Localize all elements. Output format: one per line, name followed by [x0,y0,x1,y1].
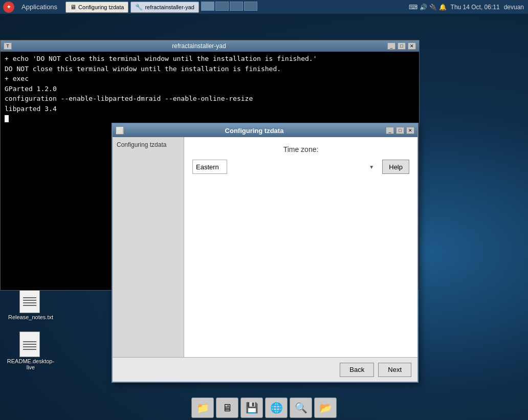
file-line [23,297,36,298]
timezone-label: Time zone: [192,145,409,153]
tray-icon-kbd: ⌨ [409,4,417,11]
installer-tab-label: refractainstaller-yad [145,4,194,10]
desktop-icons: Release_notes.txt README.desktop-live [10,286,51,370]
dialog-icon: ⬜ [116,126,124,135]
screen-btn-3[interactable] [230,2,243,11]
taskbar-right: ⌨ 🔊 🔌 🔔 Thu 14 Oct, 06:11 devuan [405,4,528,11]
next-button[interactable]: Next [378,363,411,377]
taskbar-top: ✦ Applications 🖥 Configuring tzdata 🔧 re… [0,0,528,14]
terminal-close[interactable]: ✕ [408,42,416,50]
screen-btn-4[interactable] [244,2,257,11]
file-line [23,349,36,350]
screen-switcher [201,2,257,13]
dialog-sidebar-label: Configuring tzdata [117,141,166,148]
terminal-cursor [5,115,9,122]
terminal-minimize[interactable]: _ [387,42,395,50]
dialog-sidebar: Configuring tzdata [113,137,184,357]
tzdata-dialog: ⬜ Configuring tzdata _ □ ✕ Configuring t… [112,123,419,383]
file-lines-1 [23,297,36,307]
file-line [23,305,36,306]
dialog-footer: Back Next [113,357,417,382]
file-lines-2 [23,341,36,351]
desktop-icon-readme[interactable]: README.desktop-live [10,330,51,370]
terminal-line-7 [5,114,415,124]
bottom-icon-search[interactable]: 🔍 [290,397,312,418]
app-menu: ✦ [0,2,17,13]
window-tab-installer[interactable]: 🔧 refractainstaller-yad [130,2,199,13]
terminal-line-6: libparted 3.4 [5,104,415,114]
menu-items: Applications [17,3,61,11]
dialog-titlebar: ⬜ Configuring tzdata _ □ ✕ [113,124,417,137]
clock: Thu 14 Oct, 06:11 [451,4,500,11]
terminal-line-5: configuration --enable-libparted-dmraid … [5,94,415,104]
screen-btn-2[interactable] [215,2,229,11]
window-tab-tzdata[interactable]: 🖥 Configuring tzdata [65,2,128,13]
desktop-icon-release-notes[interactable]: Release_notes.txt [10,286,51,320]
dialog-content: Configuring tzdata Time zone: Eastern Ce… [113,137,417,357]
readme-file-icon [19,330,42,357]
tzdata-tab-icon: 🖥 [70,4,76,11]
dialog-minimize[interactable]: _ [386,127,394,134]
app-icon: ✦ [3,2,14,13]
file-line [23,300,36,301]
terminal-title: refractainstaller-yad [12,42,386,50]
timezone-row: Eastern Central Mountain Pacific UTC Hel… [192,160,409,174]
windows-area: 🖥 Configuring tzdata 🔧 refractainstaller… [61,2,404,13]
terminal-maximize[interactable]: □ [398,42,406,50]
tray-icon-bell: 🔔 [439,4,447,11]
tray-icons: ⌨ 🔊 🔌 🔔 [409,4,447,11]
dialog-wm-btns: _ □ ✕ [385,127,414,134]
taskbar-bottom: 📁 🖥 💾 🌐 🔍 📂 [0,395,528,420]
bottom-icon-filemanager[interactable]: 📁 [191,397,214,418]
bottom-icon-terminal[interactable]: 🖥 [216,397,238,418]
timezone-select[interactable]: Eastern Central Mountain Pacific UTC [192,160,227,174]
menu-applications[interactable]: Applications [21,3,57,11]
file-line [23,346,36,347]
dialog-maximize[interactable]: □ [396,127,404,134]
desktop: ✦ Applications 🖥 Configuring tzdata 🔧 re… [0,0,528,420]
bottom-icon-browser[interactable]: 🌐 [265,397,288,418]
file-body-1 [19,288,40,313]
bottom-icon-storage[interactable]: 💾 [240,397,263,418]
screen-btn-1[interactable] [201,2,214,11]
readme-label: README.desktop-live [7,358,54,370]
terminal-line-4: GParted 1.2.0 [5,84,415,94]
terminal-line-2: DO NOT close this terminal window until … [5,64,415,74]
username: devuan [504,4,524,11]
dialog-main: Time zone: Eastern Central Mountain Paci… [184,137,417,357]
bottom-icon-files[interactable]: 📂 [314,397,337,418]
installer-tab-icon: 🔧 [135,4,143,11]
terminal-titlebar: T refractainstaller-yad _ □ ✕ [1,40,419,52]
terminal-line-1: + echo 'DO NOT close this terminal windo… [5,54,415,64]
dialog-title: Configuring tzdata [124,127,385,135]
file-line [23,344,36,345]
tray-icon-net: 🔌 [429,4,437,11]
back-button[interactable]: Back [340,363,374,377]
file-line [23,302,36,303]
release-notes-label: Release_notes.txt [8,314,53,320]
terminal-line-3: + exec [5,74,415,84]
dialog-close[interactable]: ✕ [406,127,414,134]
tzdata-tab-label: Configuring tzdata [78,4,124,10]
file-body-2 [19,331,40,357]
tray-icon-vol: 🔊 [420,4,427,11]
terminal-wm-icon: T [4,42,12,50]
timezone-select-wrapper: Eastern Central Mountain Pacific UTC [192,160,378,174]
file-line [23,341,36,342]
help-button[interactable]: Help [382,160,409,174]
